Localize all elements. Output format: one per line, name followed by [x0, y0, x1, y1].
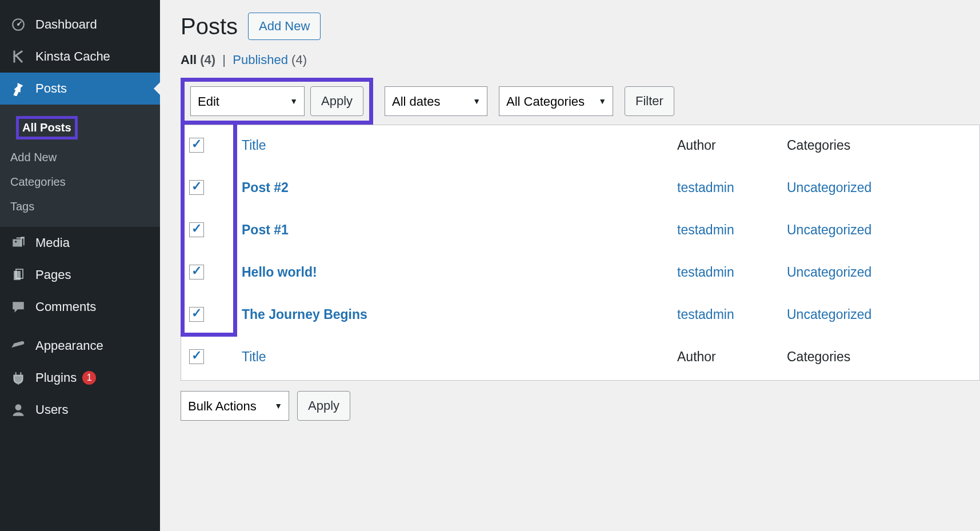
submenu-label: All Posts [16, 116, 78, 139]
post-author-link[interactable]: testadmin [677, 307, 734, 322]
kinsta-icon [10, 49, 26, 65]
post-category-link[interactable]: Uncategorized [787, 265, 871, 280]
select-all-checkbox-top[interactable] [189, 138, 204, 153]
submenu-all-posts[interactable]: All Posts [0, 110, 160, 145]
posts-table: Title Author Categories Post #2testadmin… [181, 125, 980, 381]
sidebar-item-plugins[interactable]: Plugins 1 [0, 362, 160, 394]
main-content: Posts Add New All (4) | Published (4) Ed… [160, 0, 980, 531]
media-icon [10, 235, 26, 251]
sidebar-item-media[interactable]: Media [0, 227, 160, 259]
submenu-add-new[interactable]: Add New [0, 145, 160, 170]
submenu-tags[interactable]: Tags [0, 194, 160, 219]
bulk-action-select-top[interactable]: Edit [190, 86, 305, 116]
plugins-badge: 1 [82, 371, 96, 385]
submenu-label: Categories [10, 175, 66, 188]
sidebar-label: Media [35, 235, 70, 250]
post-author-link[interactable]: testadmin [677, 265, 734, 280]
post-title-link[interactable]: Post #1 [242, 222, 289, 237]
sidebar-item-pages[interactable]: Pages [0, 259, 160, 291]
post-title-link[interactable]: Post #2 [242, 180, 289, 195]
filter-all[interactable]: All (4) [181, 53, 215, 67]
row-checkbox[interactable] [189, 265, 204, 280]
sidebar-label: Users [35, 402, 68, 417]
page-title: Posts [181, 14, 238, 39]
dashboard-icon [10, 17, 26, 33]
posts-submenu: All Posts Add New Categories Tags [0, 105, 160, 227]
add-new-button[interactable]: Add New [248, 13, 321, 40]
appearance-icon [10, 338, 26, 354]
column-author[interactable]: Author [670, 126, 779, 167]
post-title-link[interactable]: Hello world! [242, 265, 317, 280]
admin-sidebar: Dashboard Kinsta Cache Posts All Posts A… [0, 0, 160, 531]
sidebar-item-comments[interactable]: Comments [0, 291, 160, 323]
row-checkbox[interactable] [189, 307, 204, 322]
sidebar-label: Pages [35, 268, 71, 282]
filter-button[interactable]: Filter [625, 86, 674, 116]
submenu-label: Tags [10, 200, 34, 213]
filter-published[interactable]: Published (4) [233, 53, 307, 67]
post-title-link[interactable]: The Journey Begins [242, 307, 367, 322]
post-author-link[interactable]: testadmin [677, 222, 734, 237]
category-filter-select[interactable]: All Categories [499, 86, 613, 116]
table-row: Post #2testadminUncategorized [182, 169, 978, 210]
post-category-link[interactable]: Uncategorized [787, 180, 871, 195]
sidebar-item-appearance[interactable]: Appearance [0, 330, 160, 362]
column-title[interactable]: Title [242, 138, 266, 153]
column-author-footer[interactable]: Author [670, 338, 779, 379]
submenu-categories[interactable]: Categories [0, 170, 160, 194]
svg-rect-2 [13, 239, 21, 247]
bulk-action-highlight: Edit Apply [181, 78, 373, 125]
sidebar-label: Dashboard [35, 17, 97, 32]
bulk-action-select-bottom[interactable]: Bulk Actions [181, 391, 289, 421]
apply-button-top[interactable]: Apply [310, 86, 363, 116]
post-category-link[interactable]: Uncategorized [787, 222, 871, 237]
status-filters: All (4) | Published (4) [181, 53, 980, 67]
sidebar-label: Plugins [35, 370, 77, 385]
date-filter-select[interactable]: All dates [385, 86, 487, 116]
sidebar-item-dashboard[interactable]: Dashboard [0, 9, 160, 41]
sidebar-label: Kinsta Cache [35, 49, 110, 64]
post-author-link[interactable]: testadmin [677, 180, 734, 195]
sidebar-item-posts[interactable]: Posts [0, 73, 160, 105]
sidebar-item-kinsta-cache[interactable]: Kinsta Cache [0, 41, 160, 73]
post-category-link[interactable]: Uncategorized [787, 307, 871, 322]
column-title-footer[interactable]: Title [242, 349, 266, 364]
svg-point-3 [15, 241, 17, 242]
column-categories[interactable]: Categories [780, 126, 978, 167]
column-categories-footer[interactable]: Categories [780, 338, 978, 379]
submenu-label: Add New [10, 151, 57, 163]
pin-icon [10, 81, 26, 97]
plugins-icon [10, 370, 26, 386]
apply-button-bottom[interactable]: Apply [297, 391, 350, 421]
svg-point-6 [15, 404, 22, 410]
table-row: Post #1testadminUncategorized [182, 211, 978, 252]
comments-icon [10, 299, 26, 315]
svg-point-1 [17, 23, 19, 26]
sidebar-label: Comments [35, 300, 96, 314]
select-all-checkbox-bottom[interactable] [189, 349, 204, 364]
table-row: The Journey BeginstestadminUncategorized [182, 296, 978, 337]
row-checkbox[interactable] [189, 180, 204, 195]
sidebar-label: Posts [35, 81, 67, 96]
table-row: Hello world!testadminUncategorized [182, 253, 978, 294]
users-icon [10, 402, 26, 418]
pages-icon [10, 267, 26, 283]
sidebar-label: Appearance [35, 338, 103, 353]
row-checkbox[interactable] [189, 222, 204, 237]
sidebar-item-users[interactable]: Users [0, 394, 160, 426]
